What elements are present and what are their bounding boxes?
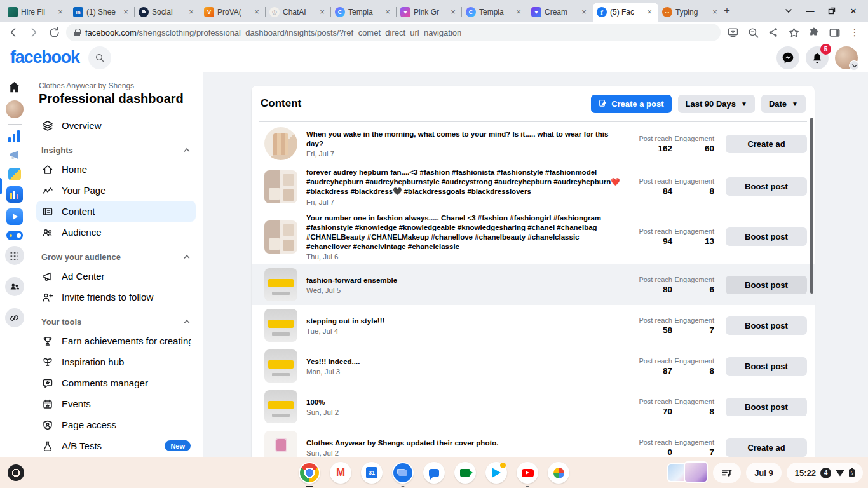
boost-post-button[interactable]: Boost post (726, 357, 807, 376)
browser-tab[interactable]: ProVA(× (200, 3, 266, 22)
tab-close-icon[interactable]: × (186, 7, 196, 17)
sidebar-section-grow[interactable]: Grow your audience (36, 248, 196, 266)
sidebar-item-ad-center[interactable]: Ad Center (36, 266, 196, 287)
post-row[interactable]: forever audrey hepburn fan....<3 #fashio… (259, 164, 807, 210)
sidebar-section-insights[interactable]: Insights (36, 141, 196, 159)
media-controls-button[interactable] (713, 463, 741, 483)
browser-tab[interactable]: Templa× (331, 3, 397, 22)
sidebar-item-content[interactable]: Content (36, 201, 196, 222)
calendar-app-icon[interactable]: 31 (361, 462, 383, 484)
sidebar-item-page-access[interactable]: Page access (36, 414, 196, 435)
browser-tab[interactable]: ChatAI× (266, 3, 331, 22)
new-tab-button[interactable]: + (724, 0, 742, 22)
post-row-highlighted[interactable]: fashion-forward ensembleWed, Jul 5 Post … (252, 264, 815, 305)
ads-megaphone-icon[interactable] (7, 148, 22, 162)
window-preview-thumbnail[interactable] (667, 461, 708, 485)
boost-post-button[interactable]: Boost post (726, 177, 807, 196)
messages-app-icon[interactable] (423, 462, 445, 484)
sidebar-item-invite-friends[interactable]: Invite friends to follow (36, 287, 196, 308)
browser-tab[interactable]: Typing× (658, 3, 724, 22)
window-close-button[interactable]: ✕ (843, 0, 864, 22)
card-scrollbar[interactable] (810, 118, 813, 294)
date-sort-dropdown[interactable]: Date▼ (761, 95, 806, 113)
browser-tab[interactable]: Pink Gr× (397, 3, 462, 22)
browser-tab[interactable]: Hire Fil× (4, 3, 69, 22)
messenger-button[interactable] (776, 46, 799, 69)
browser-tab[interactable]: Cream× (527, 3, 593, 22)
sidebar-item-overview[interactable]: Overview (36, 115, 196, 136)
post-row[interactable]: Yes!!! Indeed....Mon, Jul 3 Post reach87… (259, 346, 807, 386)
date-range-dropdown[interactable]: Last 90 Days▼ (678, 95, 755, 113)
boost-post-button[interactable]: Boost post (726, 227, 807, 246)
photos-app-icon[interactable] (548, 462, 569, 484)
boost-post-button[interactable]: Boost post (726, 398, 807, 416)
commerce-cube-icon[interactable] (8, 168, 21, 180)
meta-ai-toggle-icon[interactable] (6, 231, 23, 240)
link-button[interactable] (5, 308, 24, 327)
sidebar-item-your-page[interactable]: Your Page (36, 180, 196, 201)
forward-icon[interactable] (25, 24, 42, 41)
create-post-button[interactable]: Create a post (591, 95, 671, 113)
post-row[interactable]: stepping out in style!!!Tue, Jul 4 Post … (259, 305, 807, 346)
sidebar-item-comments-manager[interactable]: Comments manager (36, 372, 196, 393)
create-ad-button[interactable]: Create ad (726, 438, 807, 457)
reload-icon[interactable] (46, 24, 62, 41)
tab-close-icon[interactable]: × (252, 7, 262, 17)
meet-app-icon[interactable] (454, 462, 476, 484)
tab-close-icon[interactable]: × (55, 7, 65, 17)
window-restore-button[interactable] (821, 0, 843, 22)
account-avatar[interactable] (835, 46, 858, 69)
tab-close-icon[interactable]: × (448, 7, 458, 17)
address-bar[interactable]: facebook.com/shengsclothing/professional… (66, 24, 721, 41)
post-row[interactable]: Your number one in fashion always..... C… (259, 210, 807, 265)
browser-tab[interactable]: Social× (135, 3, 200, 22)
boost-post-button[interactable]: Boost post (726, 316, 807, 335)
sidebar-section-tools[interactable]: Your tools (36, 313, 196, 330)
facebook-logo[interactable]: facebook (10, 48, 79, 67)
video-icon[interactable] (6, 208, 23, 225)
boost-post-button[interactable]: Boost post (726, 276, 807, 294)
post-row[interactable]: 100%Sun, Jul 2 Post reach70 Engagement8 … (259, 386, 807, 427)
tab-close-icon[interactable]: × (710, 7, 720, 17)
sidebar-item-ab-tests[interactable]: A/B Tests New (36, 435, 196, 456)
apps-menu-button[interactable] (5, 246, 24, 265)
post-row[interactable]: When you wake in the morning, what comes… (259, 123, 807, 164)
browser-tab[interactable]: (1) Shee× (69, 3, 135, 22)
tab-search-chevron-icon[interactable] (778, 0, 799, 22)
browser-tab[interactable]: Templa× (462, 3, 527, 22)
tab-close-icon[interactable]: × (579, 7, 589, 17)
side-panel-icon[interactable] (826, 24, 843, 41)
gmail-app-icon[interactable]: M (330, 462, 351, 484)
search-button[interactable] (88, 46, 111, 69)
insights-bars-icon[interactable] (8, 130, 21, 142)
create-ad-button[interactable]: Create ad (726, 135, 807, 153)
browser-tab-active[interactable]: (5) Fac× (593, 3, 658, 22)
share-icon[interactable] (765, 24, 782, 41)
tab-close-icon[interactable]: × (383, 7, 393, 17)
install-icon[interactable] (724, 24, 741, 41)
extensions-puzzle-icon[interactable] (806, 24, 822, 41)
youtube-app-icon[interactable] (517, 462, 538, 484)
zoom-icon[interactable] (745, 24, 761, 41)
window-minimize-button[interactable]: — (799, 0, 821, 22)
sidebar-item-home[interactable]: Home (36, 159, 196, 180)
lock-icon[interactable] (74, 32, 80, 36)
tab-close-icon[interactable]: × (121, 7, 131, 17)
home-icon[interactable] (7, 80, 22, 95)
post-row[interactable]: Clothes Anywear by Shengs updated their … (259, 427, 807, 458)
bookmark-star-icon[interactable] (785, 24, 802, 41)
tab-close-icon[interactable]: × (644, 7, 654, 17)
tab-close-icon[interactable]: × (317, 7, 327, 17)
page-avatar[interactable] (6, 100, 24, 118)
status-area[interactable]: 15:22 4 ϟ (787, 463, 863, 483)
sidebar-item-audience[interactable]: Audience (36, 222, 196, 243)
back-icon[interactable] (5, 24, 22, 41)
groups-button[interactable] (5, 277, 24, 296)
files-app-icon[interactable] (392, 462, 414, 484)
browser-menu-icon[interactable]: ⋮ (846, 24, 863, 41)
sidebar-item-inspiration-hub[interactable]: Inspiration hub (36, 351, 196, 372)
notifications-button[interactable]: 5 (806, 46, 829, 69)
sidebar-item-achievements[interactable]: Earn achievements for creating reels (36, 330, 196, 351)
launcher-button[interactable] (8, 464, 24, 481)
professional-dashboard-icon[interactable] (6, 186, 23, 203)
